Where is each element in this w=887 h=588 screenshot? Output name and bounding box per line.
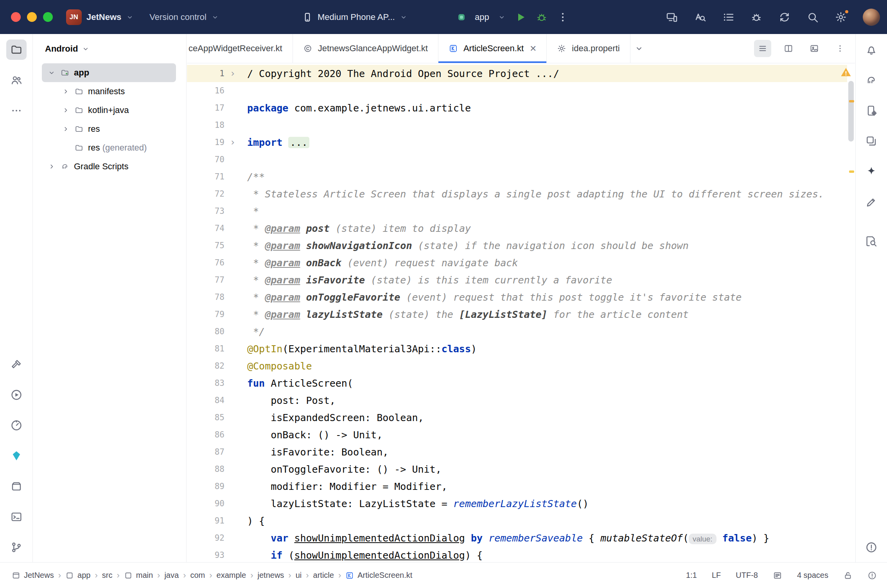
fold-marker-icon[interactable]: › [224,68,241,79]
line-number[interactable]: 78 [187,292,224,302]
breadcrumb-jetnews[interactable]: jetnews [258,571,284,580]
tab-idea-properti[interactable]: idea.properti [547,34,630,63]
find-button[interactable] [861,231,882,251]
version-control-button[interactable] [6,537,27,558]
breadcrumb-example[interactable]: example [217,571,246,580]
code-line-78[interactable]: 78 * @param onToggleFavorite (event) req… [187,289,847,306]
line-number[interactable]: 85 [187,413,224,422]
code-line-1[interactable]: 1›/ Copyright 2020 The Android Open Sour… [187,65,847,82]
code-text[interactable]: * @param post (state) item to display [241,223,471,234]
code-line-74[interactable]: 74 * @param post (state) item to display [187,220,847,237]
code-line-81[interactable]: 81@OptIn(ExperimentalMaterial3Api::class… [187,340,847,357]
preview-button[interactable] [806,40,823,57]
gradle-button[interactable] [861,70,882,90]
search-everywhere-button[interactable] [806,11,819,23]
line-number[interactable]: 82 [187,361,224,371]
code-text[interactable]: ) { [241,515,265,527]
commit-button[interactable] [6,70,27,90]
code-line-82[interactable]: 82@Composable [187,357,847,375]
line-number[interactable]: 87 [187,447,224,457]
line-number[interactable]: 86 [187,430,224,439]
line-number[interactable]: 73 [187,206,224,216]
code-line-92[interactable]: 92 var showUnimplementedActionDialog by … [187,529,847,547]
more-options-button[interactable] [831,40,849,57]
code-line-75[interactable]: 75 * @param showNavigationIcon (state) i… [187,237,847,254]
tab-ceappwidgetreceiver-kt[interactable]: ceAppWidgetReceiver.kt [187,34,293,63]
line-number[interactable]: 80 [187,327,224,336]
project-widget[interactable]: JN JetNews [66,9,134,25]
code-line-90[interactable]: 90 lazyListState: LazyListState = rememb… [187,495,847,512]
line-number[interactable]: 93 [187,550,224,560]
device-manager-button[interactable] [6,476,27,497]
code-line-80[interactable]: 80 */ [187,323,847,340]
breadcrumb-main[interactable]: main [124,571,153,580]
code-line-93[interactable]: 93 if (showUnimplementedActionDialog) { [187,547,847,562]
tab-articlescreen-kt[interactable]: ArticleScreen.kt× [438,34,547,63]
code-text[interactable]: * @param showNavigationIcon (state) if t… [241,240,689,251]
code-line-17[interactable]: 17package com.example.jetnews.ui.article [187,99,847,117]
warning-stripe-mark[interactable] [849,170,854,173]
split-editor-button[interactable] [780,40,797,57]
line-number[interactable]: 81 [187,344,224,353]
gemini-button[interactable] [861,161,882,182]
reader-mode-icon[interactable] [773,571,782,580]
code-text[interactable]: * @param isFavorite (state) is this item… [241,274,612,286]
code-text[interactable]: * @param onBack (event) request navigate… [241,257,518,269]
code-line-91[interactable]: 91) { [187,512,847,529]
code-text[interactable]: lazyListState: LazyListState = rememberL… [241,498,589,509]
line-ending[interactable]: LF [712,571,721,580]
app-quality-insights-button[interactable] [6,446,27,466]
folded-region[interactable]: ... [288,137,309,148]
run-button[interactable] [6,385,27,405]
settings-button[interactable] [835,11,847,23]
editor[interactable]: 1›/ Copyright 2020 The Android Open Sour… [187,63,855,562]
close-window-button[interactable] [11,12,21,22]
code-line-76[interactable]: 76 * @param onBack (event) request navig… [187,254,847,271]
breadcrumb-article[interactable]: article [313,571,334,580]
device-manager-button[interactable] [861,100,882,121]
build-analyzer-button[interactable] [750,11,763,23]
code-text[interactable]: isFavorite: Boolean, [241,446,388,458]
line-number[interactable]: 1 [187,69,224,78]
line-number[interactable]: 17 [187,103,224,113]
running-devices-button[interactable] [861,131,882,151]
code-text[interactable]: */ [241,326,265,337]
code-line-73[interactable]: 73 * [187,203,847,220]
line-number[interactable]: 92 [187,533,224,543]
tree-chevron-icon[interactable] [59,106,72,114]
fold-marker-icon[interactable]: › [224,137,241,148]
project-view-selector[interactable]: Android [33,34,186,63]
breadcrumb-ui[interactable]: ui [296,571,302,580]
code-text[interactable]: if (showUnimplementedActionDialog) { [241,550,483,561]
zoom-window-button[interactable] [43,12,53,22]
tree-item-res[interactable]: res [42,120,176,138]
tree-chevron-icon[interactable] [59,125,72,133]
code-text[interactable]: import ... [241,137,309,148]
caret-position[interactable]: 1:1 [686,571,697,580]
line-number[interactable]: 19 [187,138,224,147]
inspection-warning-icon[interactable] [840,66,852,78]
layout-inspector-button[interactable] [861,192,882,212]
line-number[interactable]: 71 [187,172,224,181]
build-button[interactable] [6,354,27,375]
problems-icon[interactable] [867,571,877,580]
line-number[interactable]: 79 [187,310,224,319]
tree-chevron-icon[interactable] [59,88,72,95]
notifications-button[interactable] [861,39,882,60]
code-inspection-button[interactable] [694,11,706,23]
tree-item-res[interactable]: res (generated) [42,138,176,157]
code-line-89[interactable]: 89 modifier: Modifier = Modifier, [187,478,847,495]
breadcrumb-src[interactable]: src [102,571,113,580]
file-encoding[interactable]: UTF-8 [736,571,758,580]
line-number[interactable]: 89 [187,482,224,491]
code-text[interactable]: @OptIn(ExperimentalMaterial3Api::class) [241,343,477,355]
indent-setting[interactable]: 4 spaces [797,571,828,580]
tab-list-chevron[interactable] [630,34,648,63]
more-run-options-button[interactable] [557,11,569,23]
line-number[interactable]: 18 [187,120,224,130]
code-text[interactable]: * @param onToggleFavorite (event) reques… [241,292,742,303]
warning-stripe-mark[interactable] [849,100,854,102]
breadcrumb-app[interactable]: app [65,571,90,580]
code-line-72[interactable]: 72 * Stateless Article Screen that displ… [187,185,847,203]
minimize-window-button[interactable] [27,12,37,22]
